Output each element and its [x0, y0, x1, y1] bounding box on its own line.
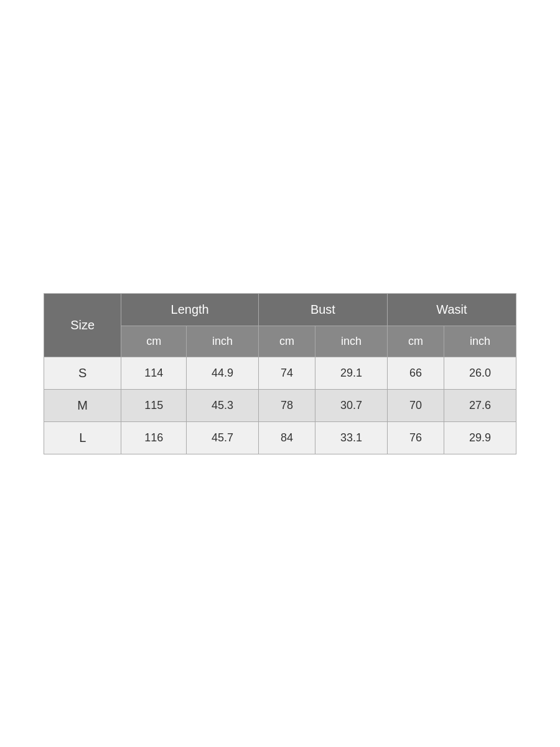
table-row: L11645.78433.17629.9	[44, 421, 516, 454]
length-inch-cell: 44.9	[187, 357, 259, 389]
wasit-cm-header: cm	[387, 326, 444, 357]
bust-inch-header: inch	[315, 326, 388, 357]
length-cm-cell: 116	[121, 421, 187, 454]
bust-cm-cell: 78	[258, 389, 315, 421]
table-row: S11444.97429.16626.0	[44, 357, 516, 389]
bust-inch-cell: 33.1	[315, 421, 388, 454]
bust-inch-cell: 29.1	[315, 357, 388, 389]
size-cell: M	[44, 389, 121, 421]
length-cm-cell: 114	[121, 357, 187, 389]
bust-cm-cell: 74	[258, 357, 315, 389]
size-chart-table: Size Length Bust Wasit cm inch cm inch c…	[44, 293, 516, 454]
length-cm-header: cm	[121, 326, 187, 357]
length-inch-header: inch	[187, 326, 259, 357]
size-chart-container: Size Length Bust Wasit cm inch cm inch c…	[44, 293, 516, 454]
wasit-cm-cell: 70	[387, 389, 444, 421]
size-cell: L	[44, 421, 121, 454]
length-inch-cell: 45.7	[187, 421, 259, 454]
wasit-group-header: Wasit	[387, 293, 516, 326]
bust-cm-cell: 84	[258, 421, 315, 454]
bust-cm-header: cm	[258, 326, 315, 357]
size-cell: S	[44, 357, 121, 389]
bust-group-header: Bust	[258, 293, 387, 326]
table-row: M11545.37830.77027.6	[44, 389, 516, 421]
wasit-cm-cell: 66	[387, 357, 444, 389]
wasit-inch-cell: 29.9	[444, 421, 516, 454]
wasit-inch-cell: 26.0	[444, 357, 516, 389]
wasit-inch-cell: 27.6	[444, 389, 516, 421]
wasit-cm-cell: 76	[387, 421, 444, 454]
size-column-header: Size	[44, 293, 121, 357]
length-cm-cell: 115	[121, 389, 187, 421]
bust-inch-cell: 30.7	[315, 389, 388, 421]
length-inch-cell: 45.3	[187, 389, 259, 421]
length-group-header: Length	[121, 293, 259, 326]
wasit-inch-header: inch	[444, 326, 516, 357]
